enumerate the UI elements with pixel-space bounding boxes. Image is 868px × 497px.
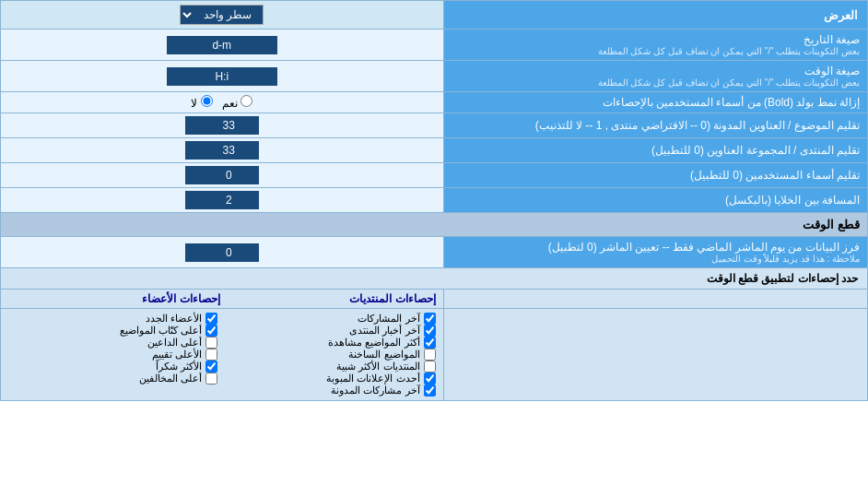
checkbox-members-1[interactable]	[205, 325, 217, 337]
checkbox-item-posts-5: أحدث الإعلانات المبوبة	[227, 373, 436, 385]
topics-order-row: تقليم الموضوع / العناوين المدونة (0 -- ا…	[1, 113, 868, 138]
forum-trim-row: تقليم المنتدى / المجموعة العناوين (0 للت…	[1, 138, 868, 163]
checkbox-item-members-5: أعلى المخالفين	[8, 373, 217, 385]
checkbox-item-members-1: أعلى كتّاب المواضيع	[8, 325, 217, 337]
line-select[interactable]: سطر واحد سطران ثلاثة أسطر	[180, 5, 264, 25]
cell-padding-input-cell: 2	[1, 188, 444, 213]
display-label: العرض	[443, 1, 867, 30]
stats-limit-label: حدد إحصاءات لتطبيق قطع الوقت	[1, 268, 868, 290]
checkbox-members-0[interactable]	[205, 313, 217, 325]
checkbox-item-posts-2: أكثر المواضيع مشاهدة	[227, 337, 436, 349]
checkboxes-row: آخر المشاركات آخر أخبار المنتدى أكثر الم…	[1, 309, 868, 401]
col-headers-cell: إحصاءات المنتديات إحصاءات الأعضاء	[1, 290, 444, 309]
line-select-cell[interactable]: سطر واحد سطران ثلاثة أسطر	[1, 1, 444, 30]
forum-trim-input-cell: 33	[1, 138, 444, 163]
forum-trim-label: تقليم المنتدى / المجموعة العناوين (0 للت…	[443, 138, 867, 163]
date-format-input-cell: d-m	[1, 30, 444, 61]
time-format-row: صيغة الوقت بعض التكوينات يتطلب "/" التي …	[1, 61, 868, 92]
fetch-data-row: فرز البيانات من يوم الماشر الماضي فقط --…	[1, 237, 868, 268]
forum-trim-input[interactable]: 33	[185, 141, 259, 160]
bold-no-label: لا	[191, 95, 212, 110]
checkbox-posts-0[interactable]	[424, 313, 436, 325]
usernames-trim-row: تقليم أسماء المستخدمين (0 للتطبيل) 0	[1, 163, 868, 188]
checkbox-item-posts-4: المنتديات الأكثر شبية	[227, 361, 436, 373]
fetch-data-input-cell: 0	[1, 237, 444, 268]
fetch-data-input[interactable]: 0	[185, 243, 259, 262]
date-format-input[interactable]: d-m	[167, 36, 277, 54]
cell-padding-row: المسافة بين الخلايا (بالبكسل) 2	[1, 188, 868, 213]
checkbox-posts-4[interactable]	[424, 361, 436, 373]
posts-col-header: إحصاءات المنتديات	[224, 292, 436, 305]
stats-limit-row: حدد إحصاءات لتطبيق قطع الوقت	[1, 268, 868, 290]
checkbox-item-members-2: أعلى الداعين	[8, 337, 217, 349]
cell-padding-input[interactable]: 2	[185, 191, 259, 209]
members-col-header: إحصاءات الأعضاء	[8, 292, 220, 305]
realtime-section-row: قطع الوقت	[1, 213, 868, 237]
col-header-empty	[443, 290, 867, 309]
checkbox-item-posts-0: آخر المشاركات	[227, 313, 436, 325]
checkbox-members-5[interactable]	[205, 373, 217, 385]
topics-order-input-cell: 33	[1, 113, 444, 138]
members-checkboxes-col: الأعضاء الجدد أعلى كتّاب المواضيع أعلى ا…	[8, 313, 217, 396]
checkbox-members-4[interactable]	[205, 361, 217, 373]
checkboxes-content-cell: آخر المشاركات آخر أخبار المنتدى أكثر الم…	[1, 309, 444, 401]
cell-padding-label: المسافة بين الخلايا (بالبكسل)	[443, 188, 867, 213]
topics-order-input[interactable]: 33	[185, 116, 259, 135]
bold-no-radio[interactable]	[201, 95, 213, 107]
checkbox-item-posts-3: المواضيع الساخنة	[227, 349, 436, 361]
checkbox-posts-2[interactable]	[424, 337, 436, 349]
bold-label: إزالة نمط بولد (Bold) من أسماء المستخدمي…	[443, 92, 867, 113]
posts-checkboxes-col: آخر المشاركات آخر أخبار المنتدى أكثر الم…	[227, 313, 436, 396]
usernames-trim-input-cell: 0	[1, 163, 444, 188]
bold-yes-radio[interactable]	[240, 95, 252, 107]
date-format-label: صيغة التاريخ بعض التكوينات يتطلب "/" الت…	[443, 30, 867, 61]
checkbox-posts-1[interactable]	[424, 325, 436, 337]
bold-input-cell: نعم لا	[1, 92, 444, 113]
checkbox-posts-3[interactable]	[424, 349, 436, 361]
date-format-row: صيغة التاريخ بعض التكوينات يتطلب "/" الت…	[1, 30, 868, 61]
checkbox-members-3[interactable]	[205, 349, 217, 361]
checkbox-item-members-4: الأكثر شكراً	[8, 361, 217, 373]
checkbox-posts-5[interactable]	[424, 373, 436, 385]
topics-order-label: تقليم الموضوع / العناوين المدونة (0 -- ا…	[443, 113, 867, 138]
bold-row: إزالة نمط بولد (Bold) من أسماء المستخدمي…	[1, 92, 868, 113]
checkbox-members-2[interactable]	[205, 337, 217, 349]
checkbox-item-members-3: الأعلى تقييم	[8, 349, 217, 361]
checkbox-item-members-0: الأعضاء الجدد	[8, 313, 217, 325]
realtime-header: قطع الوقت	[1, 213, 868, 237]
time-format-input[interactable]: H:i	[167, 67, 277, 86]
bold-yes-label: نعم	[222, 95, 252, 110]
checkboxes-header-row: إحصاءات المنتديات إحصاءات الأعضاء	[1, 290, 868, 309]
usernames-trim-input[interactable]: 0	[185, 166, 259, 184]
time-format-label: صيغة الوقت بعض التكوينات يتطلب "/" التي …	[443, 61, 867, 92]
checkbox-posts-6[interactable]	[424, 385, 436, 396]
display-row: العرض سطر واحد سطران ثلاثة أسطر	[1, 1, 868, 30]
time-format-input-cell: H:i	[1, 61, 444, 92]
checkbox-item-posts-1: آخر أخبار المنتدى	[227, 325, 436, 337]
checkboxes-empty-cell	[443, 309, 867, 401]
checkbox-item-posts-6: آخر مشاركات المدونة	[227, 385, 436, 396]
fetch-data-label: فرز البيانات من يوم الماشر الماضي فقط --…	[443, 237, 867, 268]
usernames-trim-label: تقليم أسماء المستخدمين (0 للتطبيل)	[443, 163, 867, 188]
